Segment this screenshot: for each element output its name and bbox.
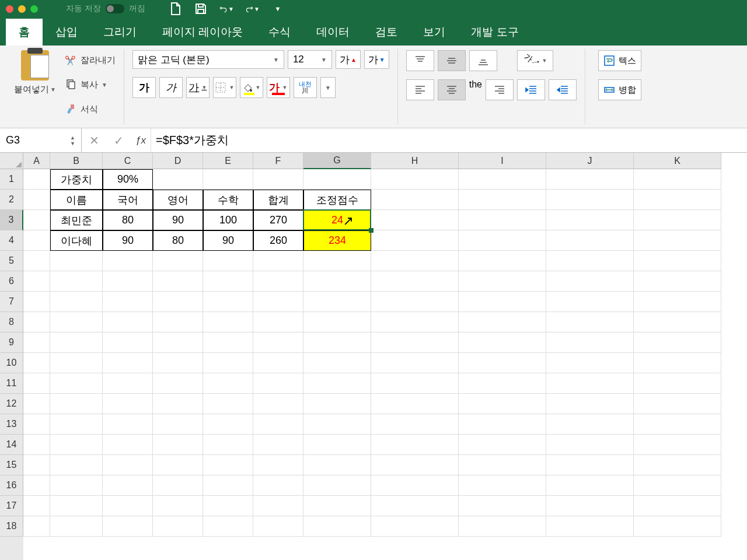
row-header-3[interactable]: 3 [0, 210, 23, 230]
col-header-A[interactable]: A [23, 153, 50, 169]
cell[interactable] [153, 332, 203, 353]
fill-color-button[interactable]: ▼ [240, 77, 263, 98]
phonetic-dropdown[interactable]: ▼ [320, 77, 336, 98]
tab-data[interactable]: 데이터 [303, 19, 362, 46]
window-close-button[interactable] [6, 5, 13, 13]
fill-handle[interactable] [369, 228, 374, 233]
cancel-formula-button[interactable]: ✕ [82, 128, 106, 152]
row-header-18[interactable]: 18 [0, 516, 23, 537]
cell[interactable] [634, 394, 721, 414]
column-headers[interactable]: ABCDEFGHIJK [23, 153, 721, 169]
cell[interactable] [153, 292, 203, 312]
cell[interactable] [153, 373, 203, 394]
decrease-indent-button[interactable] [517, 79, 545, 100]
cell[interactable]: 수학 [203, 190, 253, 210]
cell[interactable] [371, 475, 459, 496]
cell[interactable] [371, 353, 459, 373]
cell[interactable] [459, 394, 546, 414]
cell[interactable] [50, 455, 103, 475]
cell[interactable]: 80 [153, 230, 203, 251]
redo-icon[interactable]: ▼ [245, 1, 260, 16]
cell[interactable] [103, 373, 153, 394]
cell[interactable] [459, 271, 546, 292]
grow-font-button[interactable]: 가▲ [336, 50, 361, 69]
cell[interactable] [546, 292, 634, 312]
cell[interactable] [23, 373, 50, 394]
cell[interactable] [253, 435, 303, 455]
cell[interactable] [103, 516, 153, 537]
cell[interactable] [303, 435, 371, 455]
cell[interactable] [634, 312, 721, 332]
cell[interactable] [203, 292, 253, 312]
autosave-toggle[interactable]: 자동 저장 꺼짐 [66, 4, 145, 14]
col-header-G[interactable]: G [303, 153, 371, 169]
cell[interactable] [303, 373, 371, 394]
cell[interactable] [253, 414, 303, 435]
cell[interactable] [303, 251, 371, 271]
cell[interactable] [103, 496, 153, 516]
align-middle-button[interactable] [438, 50, 466, 71]
col-header-B[interactable]: B [50, 153, 103, 169]
cell[interactable] [459, 475, 546, 496]
cell[interactable] [23, 210, 50, 230]
cell[interactable] [50, 516, 103, 537]
cell[interactable]: 이름 [50, 190, 103, 210]
align-bottom-button[interactable] [469, 50, 497, 71]
cell[interactable] [103, 332, 153, 353]
col-header-F[interactable]: F [253, 153, 303, 169]
cell[interactable] [634, 496, 721, 516]
tab-developer[interactable]: 개발 도구 [458, 19, 531, 46]
window-minimize-button[interactable] [18, 5, 26, 13]
cell[interactable] [103, 353, 153, 373]
fx-icon[interactable]: ƒx [131, 135, 151, 146]
shrink-font-button[interactable]: 가▼ [364, 50, 389, 69]
cell[interactable] [459, 190, 546, 210]
tab-formulas[interactable]: 수식 [256, 19, 303, 46]
row-header-14[interactable]: 14 [0, 435, 23, 455]
select-all-corner[interactable] [0, 153, 23, 169]
cell[interactable] [203, 516, 253, 537]
cell[interactable] [459, 455, 546, 475]
cell[interactable] [50, 475, 103, 496]
cell[interactable]: 270 [253, 210, 303, 230]
cell[interactable] [303, 394, 371, 414]
cell[interactable] [23, 475, 50, 496]
cell[interactable] [546, 496, 634, 516]
row-header-8[interactable]: 8 [0, 312, 23, 332]
cell[interactable] [459, 292, 546, 312]
cell[interactable] [546, 394, 634, 414]
cell[interactable] [103, 475, 153, 496]
cell[interactable] [50, 394, 103, 414]
cells-area[interactable]: 가중치90%이름국어영어수학합계조정점수최민준809010027024이다혜90… [23, 169, 747, 560]
cell[interactable] [546, 516, 634, 537]
cell[interactable] [23, 190, 50, 210]
row-header-9[interactable]: 9 [0, 332, 23, 353]
cell[interactable] [23, 230, 50, 251]
underline-button[interactable]: 가▼ [186, 77, 210, 98]
tab-pagelayout[interactable]: 페이지 레이아웃 [149, 19, 256, 46]
cell[interactable] [303, 455, 371, 475]
col-header-C[interactable]: C [103, 153, 153, 169]
cell[interactable] [303, 292, 371, 312]
undo-icon[interactable]: ▼ [219, 1, 234, 16]
row-header-1[interactable]: 1 [0, 169, 23, 190]
cell[interactable] [459, 251, 546, 271]
cell[interactable] [371, 271, 459, 292]
phonetic-button[interactable]: 내천川 [294, 77, 317, 98]
cell[interactable] [371, 169, 459, 190]
cell[interactable] [103, 292, 153, 312]
row-header-4[interactable]: 4 [0, 230, 23, 251]
cell[interactable] [203, 435, 253, 455]
cell[interactable]: 80 [103, 210, 153, 230]
cell[interactable] [253, 312, 303, 332]
cell[interactable] [459, 230, 546, 251]
cell[interactable] [103, 312, 153, 332]
col-header-D[interactable]: D [153, 153, 203, 169]
cell[interactable] [50, 312, 103, 332]
cell[interactable] [153, 414, 203, 435]
cell[interactable] [634, 292, 721, 312]
cell[interactable] [634, 251, 721, 271]
cell[interactable] [23, 394, 50, 414]
cell[interactable] [153, 169, 203, 190]
cell[interactable] [634, 475, 721, 496]
